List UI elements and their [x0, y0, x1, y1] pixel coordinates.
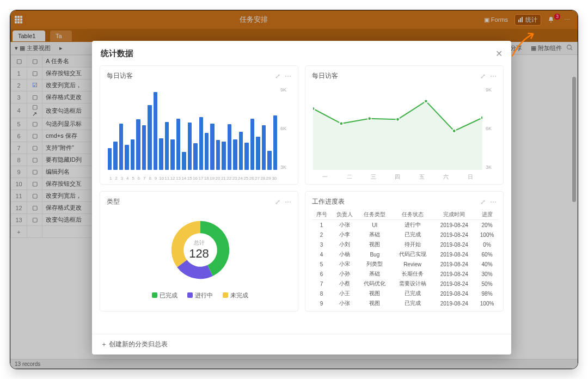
- donut-center: 总计 128: [100, 239, 298, 261]
- bar-y-axis: 9K6K3K: [280, 87, 295, 170]
- svg-point-17: [396, 118, 399, 121]
- donut-chart-title: 类型: [107, 197, 120, 206]
- svg-point-18: [424, 100, 427, 103]
- line-x-axis: 一二三四五六日: [313, 173, 482, 181]
- progress-table-title: 工作进度表: [312, 197, 345, 206]
- more-icon[interactable]: ⋯: [285, 72, 291, 80]
- stats-modal: 统计数据 ✕ 每日访客 ⤢⋯ 1234567891011121314151617…: [92, 41, 511, 355]
- svg-point-19: [452, 129, 456, 133]
- expand-icon[interactable]: ⤢: [275, 72, 280, 80]
- bar-chart: [108, 87, 277, 170]
- card-line-chart: 每日访客 ⤢⋯ 一二三四五六日 9K6K3K: [305, 65, 504, 185]
- card-donut-chart: 类型 ⤢⋯ 总计 128 已完成进行中未完成: [100, 191, 298, 311]
- donut-center-value: 128: [100, 247, 298, 261]
- modal-title: 统计数据: [101, 48, 133, 59]
- create-chart-label: 创建新的分类归总表: [109, 340, 168, 348]
- expand-icon[interactable]: ⤢: [480, 72, 486, 80]
- donut-center-label: 总计: [100, 239, 298, 247]
- create-chart-button[interactable]: ＋ 创建新的分类归总表: [92, 334, 511, 355]
- expand-icon[interactable]: ⤢: [275, 198, 280, 206]
- line-chart-title: 每日访客: [312, 71, 338, 81]
- bar-chart-title: 每日访客: [107, 71, 133, 81]
- more-icon[interactable]: ⋯: [285, 198, 291, 206]
- card-bar-chart: 每日访客 ⤢⋯ 12345678910111213141516171819202…: [100, 65, 298, 185]
- line-y-axis: 9K6K3K: [486, 87, 500, 170]
- card-progress-table: 工作进度表 ⤢⋯ 序号负责人任务类型任务状态完成时间进度 1小张UI进行中201…: [305, 191, 504, 311]
- svg-point-20: [481, 116, 482, 120]
- svg-point-14: [313, 107, 315, 111]
- svg-point-15: [340, 122, 343, 126]
- bar-x-axis: 1234567891011121314151617181920212223242…: [108, 176, 277, 181]
- close-icon[interactable]: ✕: [495, 48, 503, 59]
- donut-legend: 已完成进行中未完成: [152, 291, 248, 300]
- line-chart: [313, 87, 482, 170]
- more-icon[interactable]: ⋯: [490, 198, 497, 206]
- svg-point-16: [368, 117, 371, 121]
- progress-table: 序号负责人任务类型任务状态完成时间进度 1小张UI进行中2019-08-2420…: [312, 210, 499, 308]
- more-icon[interactable]: ⋯: [490, 72, 497, 80]
- expand-icon[interactable]: ⤢: [480, 198, 486, 206]
